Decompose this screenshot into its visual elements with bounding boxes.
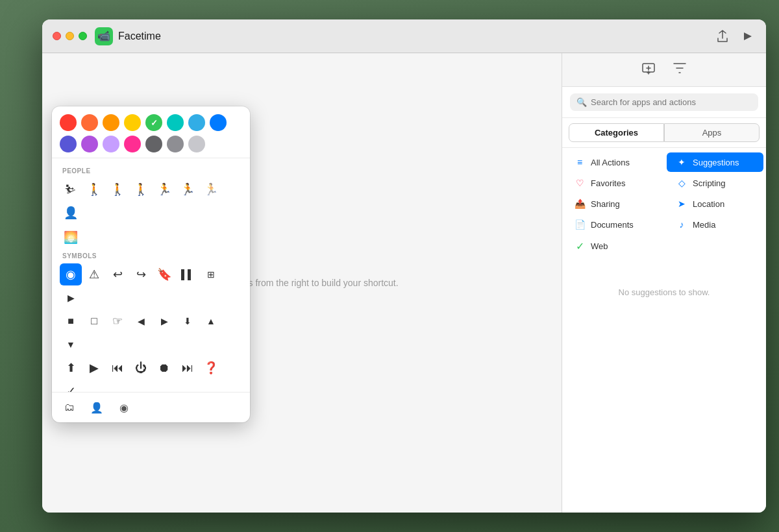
- filter-button[interactable]: [668, 60, 691, 80]
- footer-layers-icon[interactable]: ◉: [114, 398, 134, 417]
- cat-item-sharing[interactable]: 📤 Sharing: [565, 194, 662, 213]
- tv-plus-icon: [642, 62, 655, 75]
- icon-cell[interactable]: ❓: [200, 357, 222, 379]
- cat-label-suggestions: Suggestions: [693, 158, 739, 167]
- cat-label-web: Web: [591, 241, 608, 251]
- symbols-icon-row: ◉ ⚠ ↩ ↪ 🔖 ▌▌ ⊞ ▶: [60, 263, 242, 309]
- cat-item-location[interactable]: ➤ Location: [667, 194, 763, 213]
- cat-item-web[interactable]: ✓ Web: [565, 236, 662, 257]
- search-input-wrap: 🔍: [570, 93, 758, 111]
- documents-icon: 📄: [574, 219, 586, 230]
- maximize-button[interactable]: [79, 32, 87, 40]
- icon-cell[interactable]: ✓: [60, 380, 82, 392]
- icon-cell[interactable]: ◀: [130, 310, 152, 332]
- filter-icon: [673, 62, 686, 74]
- icon-cell[interactable]: ⏭: [177, 357, 199, 379]
- icon-cell[interactable]: ▼: [60, 333, 82, 356]
- minimize-button[interactable]: [66, 32, 74, 40]
- color-swatch-lavender[interactable]: [103, 136, 119, 152]
- title-bar: 📹: [42, 19, 766, 53]
- icon-cell[interactable]: 🏃: [177, 178, 199, 200]
- symbols-row-2: ■ □ ☞ ◀ ▶ ⬇ ▲ ▼: [60, 310, 242, 356]
- share-icon: [717, 30, 728, 43]
- editor-area[interactable]: Add actions from the right to build your…: [42, 53, 562, 513]
- run-button[interactable]: [739, 28, 756, 45]
- cat-item-scripting[interactable]: ◇ Scripting: [667, 173, 763, 193]
- color-swatch-blue[interactable]: [210, 114, 227, 131]
- color-swatch-indigo[interactable]: [60, 136, 77, 152]
- icon-cell[interactable]: 👤: [60, 202, 82, 224]
- shortcut-icon[interactable]: 📹: [95, 27, 113, 45]
- footer-folder-icon[interactable]: 🗂: [60, 398, 79, 417]
- section-label-people: People: [62, 167, 242, 175]
- color-swatch-teal[interactable]: [167, 114, 184, 131]
- right-panel: 🔍 Categories Apps ≡ All Actions: [562, 53, 766, 513]
- color-swatch-gray-dark[interactable]: [145, 136, 162, 152]
- icon-cell[interactable]: ▶: [83, 357, 105, 379]
- cat-item-all-actions[interactable]: ≡ All Actions: [565, 152, 662, 172]
- shortcut-icon-symbol: 📹: [97, 30, 110, 42]
- title-bar-actions: [714, 27, 756, 45]
- color-swatch-gray-mid[interactable]: [167, 136, 184, 152]
- icon-cell[interactable]: 🚶: [130, 178, 152, 200]
- color-swatch-orange[interactable]: [103, 114, 119, 131]
- icon-cell[interactable]: ☞: [106, 310, 129, 332]
- favorites-icon: ♡: [574, 178, 586, 188]
- cat-item-media[interactable]: ♪ Media: [667, 215, 763, 234]
- cat-item-favorites[interactable]: ♡ Favorites: [565, 173, 662, 193]
- icon-cell[interactable]: ⬇: [177, 310, 199, 332]
- icon-cell[interactable]: ↩: [106, 263, 129, 285]
- cat-label-all-actions: All Actions: [591, 158, 630, 167]
- symbols-row-3: ⬆ ▶ ⏮ ⏻ ⏺ ⏭ ❓ ✓: [60, 357, 242, 392]
- icon-cell[interactable]: ▲: [200, 310, 222, 332]
- tab-apps[interactable]: Apps: [664, 123, 760, 142]
- icon-picker-footer: 🗂 👤 ◉: [52, 392, 250, 422]
- cat-label-sharing: Sharing: [591, 199, 620, 209]
- icon-cell[interactable]: 🔖: [153, 263, 175, 285]
- add-shortcut-button[interactable]: [637, 59, 660, 80]
- icon-cell[interactable]: ⛷: [60, 178, 82, 200]
- traffic-lights: [53, 32, 87, 40]
- search-icon: 🔍: [576, 97, 587, 107]
- tab-categories[interactable]: Categories: [569, 123, 664, 142]
- footer-person-icon[interactable]: 👤: [87, 398, 106, 417]
- cat-item-documents[interactable]: 📄 Documents: [565, 215, 662, 234]
- icon-cell[interactable]: ⊞: [200, 263, 222, 285]
- icon-cell[interactable]: ⬆: [60, 357, 82, 379]
- close-button[interactable]: [53, 32, 61, 40]
- cat-label-documents: Documents: [591, 220, 634, 230]
- color-swatch-green-check[interactable]: [145, 114, 162, 131]
- search-input[interactable]: [591, 97, 752, 107]
- cat-label-media: Media: [693, 220, 715, 230]
- color-swatch-pink[interactable]: [124, 136, 141, 152]
- icon-cell[interactable]: ↪: [130, 263, 152, 285]
- icon-cell[interactable]: ⏮: [106, 357, 129, 379]
- icon-cell[interactable]: 🏃: [153, 178, 175, 200]
- content-area: Add actions from the right to build your…: [42, 53, 766, 513]
- icon-cell[interactable]: ⚠: [83, 263, 105, 285]
- icon-cell-selected[interactable]: ◉: [60, 263, 82, 285]
- icon-cell[interactable]: 🏃: [200, 178, 222, 200]
- icon-cell[interactable]: ▶: [153, 310, 175, 332]
- color-swatch-purple[interactable]: [81, 136, 98, 152]
- icon-cell[interactable]: 🚶: [106, 178, 129, 200]
- color-swatch-orange-red[interactable]: [81, 114, 98, 131]
- icon-cell[interactable]: 🚶: [83, 178, 105, 200]
- cat-col-right: ✦ Suggestions ◇ Scripting ➤ Location ♪: [664, 152, 766, 258]
- icon-cell[interactable]: ■: [60, 310, 82, 332]
- icon-cell[interactable]: ⏻: [130, 357, 152, 379]
- icon-cell[interactable]: ▌▌: [177, 263, 199, 285]
- cat-item-suggestions[interactable]: ✦ Suggestions: [667, 152, 763, 172]
- icon-cell[interactable]: ▶: [60, 287, 82, 309]
- color-swatch-cyan[interactable]: [188, 114, 205, 131]
- color-swatch-yellow[interactable]: [124, 114, 141, 131]
- cat-label-location: Location: [693, 199, 724, 209]
- color-swatch-red[interactable]: [60, 114, 77, 131]
- shortcut-name-input[interactable]: [118, 30, 248, 42]
- shortcut-name-area: 📹: [95, 27, 706, 45]
- icon-cell[interactable]: ⏺: [153, 357, 175, 379]
- icon-cell[interactable]: 🌅: [60, 226, 82, 248]
- share-button[interactable]: [714, 27, 731, 45]
- icon-cell[interactable]: □: [83, 310, 105, 332]
- color-swatch-gray-light[interactable]: [188, 136, 205, 152]
